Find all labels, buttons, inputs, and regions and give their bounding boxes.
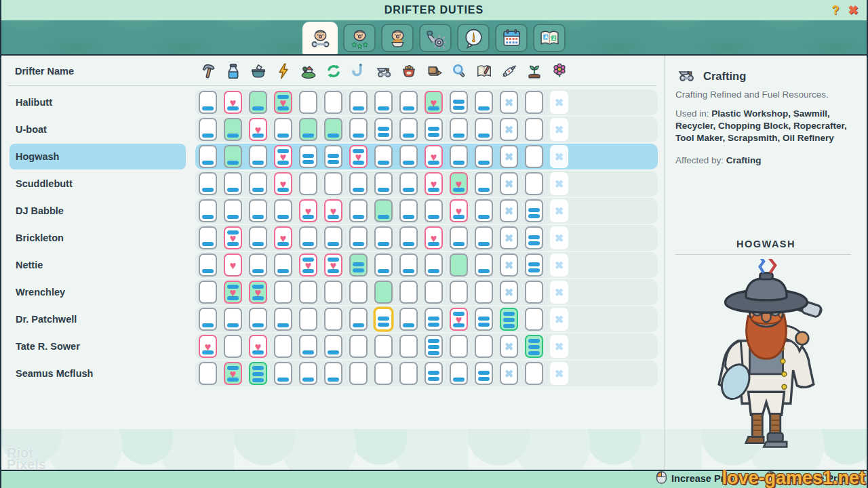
duty-cell[interactable]: ♥ (224, 91, 242, 114)
duty-cell[interactable] (525, 199, 543, 222)
duty-cell[interactable]: ✖ (550, 199, 568, 222)
duty-cell[interactable] (324, 335, 342, 358)
duty-cell[interactable] (349, 118, 368, 141)
duty-cell[interactable] (349, 281, 368, 304)
duty-cell[interactable]: ✖ (500, 281, 518, 304)
duty-cell[interactable] (525, 362, 543, 385)
duty-cell[interactable] (324, 362, 342, 385)
duty-cell[interactable] (425, 118, 443, 141)
duty-cell[interactable] (450, 118, 468, 141)
duty-cell[interactable] (224, 335, 242, 358)
duty-cell[interactable]: ♥ (274, 172, 292, 195)
duty-cell[interactable] (199, 145, 217, 168)
duty-cell[interactable] (374, 308, 393, 331)
duty-cell[interactable]: ✖ (500, 335, 518, 358)
duty-cell[interactable]: ♥ (299, 253, 317, 277)
duty-cell[interactable] (299, 145, 317, 168)
drifter-name[interactable]: Seamus Mcflush (9, 361, 186, 386)
duty-cell[interactable]: ✖ (500, 199, 518, 222)
recycle-icon[interactable] (324, 60, 342, 83)
help-button[interactable]: ? (827, 0, 844, 20)
tab-schedule[interactable] (495, 24, 528, 52)
duty-cell[interactable]: ✖ (500, 91, 518, 114)
duty-cell[interactable] (199, 362, 217, 385)
duty-cell[interactable]: ♥ (249, 335, 267, 358)
water-flask-icon[interactable] (224, 60, 242, 83)
duty-cell[interactable]: ✖ (500, 118, 518, 141)
duty-cell[interactable] (199, 253, 217, 277)
duty-cell[interactable] (199, 281, 217, 304)
flower-icon[interactable] (550, 60, 568, 83)
increase-priority-button[interactable]: Increase Priority (656, 470, 749, 487)
duty-cell[interactable]: ✖ (550, 335, 568, 358)
duty-cell[interactable] (324, 308, 342, 331)
close-button[interactable]: ✖ (845, 0, 861, 20)
duty-cell[interactable] (249, 145, 267, 168)
duty-cell[interactable] (324, 281, 342, 304)
duty-cell[interactable] (324, 172, 342, 195)
duty-cell[interactable]: ♥ (224, 281, 242, 304)
duty-cell[interactable] (249, 308, 267, 331)
duty-cell[interactable] (425, 199, 443, 222)
duty-cell[interactable] (249, 172, 267, 195)
duty-cell[interactable] (199, 308, 217, 331)
duty-cell[interactable] (450, 226, 468, 249)
duty-cell[interactable]: ♥ (274, 91, 292, 114)
duty-cell[interactable] (299, 308, 317, 331)
duty-cell[interactable] (224, 118, 242, 141)
duty-cell[interactable]: ✖ (500, 226, 518, 249)
tab-production[interactable] (419, 24, 452, 52)
duty-cell[interactable] (525, 253, 543, 277)
duty-cell[interactable] (299, 118, 317, 141)
duty-cell[interactable] (525, 226, 543, 249)
duty-cell[interactable] (299, 362, 317, 385)
duty-cell[interactable] (274, 308, 292, 331)
tab-alerts[interactable] (457, 24, 490, 52)
duty-cell[interactable] (475, 226, 493, 249)
duty-cell[interactable]: ✖ (550, 281, 568, 304)
duty-cell[interactable] (525, 91, 543, 114)
duty-cell[interactable] (374, 335, 393, 358)
drifter-name[interactable]: Dr. Patchwell (9, 306, 186, 332)
duty-cell[interactable] (399, 118, 418, 141)
duty-cell[interactable] (374, 172, 393, 195)
duty-cell[interactable] (249, 199, 267, 222)
duty-cell[interactable] (475, 362, 493, 385)
duty-cell[interactable] (525, 335, 543, 358)
duty-cell[interactable] (475, 172, 493, 195)
duty-cell[interactable] (399, 199, 418, 222)
duty-cell[interactable] (475, 281, 493, 304)
food-bowl-icon[interactable] (399, 60, 418, 83)
duty-cell[interactable] (199, 91, 217, 114)
duty-cell[interactable] (249, 253, 267, 277)
duty-cell[interactable] (349, 362, 368, 385)
duty-cell[interactable] (249, 91, 267, 114)
sprout-icon[interactable] (525, 60, 543, 83)
duty-cell[interactable] (199, 199, 217, 222)
duty-cell[interactable]: ✖ (550, 308, 568, 331)
duty-cell[interactable] (299, 226, 317, 249)
duty-cell[interactable] (274, 199, 292, 222)
drifter-name[interactable]: Scuddlebutt (9, 171, 186, 197)
drifter-name[interactable]: Brickleton (9, 225, 186, 251)
duty-cell[interactable] (450, 362, 468, 385)
duty-cell[interactable] (349, 253, 368, 277)
duty-cell[interactable] (224, 145, 242, 168)
duty-cell[interactable]: ♥ (249, 118, 267, 141)
duty-cell[interactable] (249, 226, 267, 249)
duty-cell[interactable]: ♥ (224, 362, 242, 385)
duty-cell[interactable] (425, 335, 443, 358)
duty-cell[interactable]: ✖ (500, 172, 518, 195)
duty-cell[interactable] (374, 199, 393, 222)
duty-cell[interactable]: ✖ (550, 362, 568, 385)
duty-cell[interactable] (450, 91, 468, 114)
duty-cell[interactable]: ♥ (425, 91, 443, 114)
duty-cell[interactable] (199, 172, 217, 195)
duty-cell[interactable] (374, 362, 393, 385)
duty-cell[interactable] (450, 145, 468, 168)
crafting-icon[interactable] (374, 60, 393, 83)
duty-cell[interactable] (425, 281, 443, 304)
duty-cell[interactable]: ♥ (274, 226, 292, 249)
duty-cell[interactable] (450, 335, 468, 358)
duty-cell[interactable] (224, 172, 242, 195)
